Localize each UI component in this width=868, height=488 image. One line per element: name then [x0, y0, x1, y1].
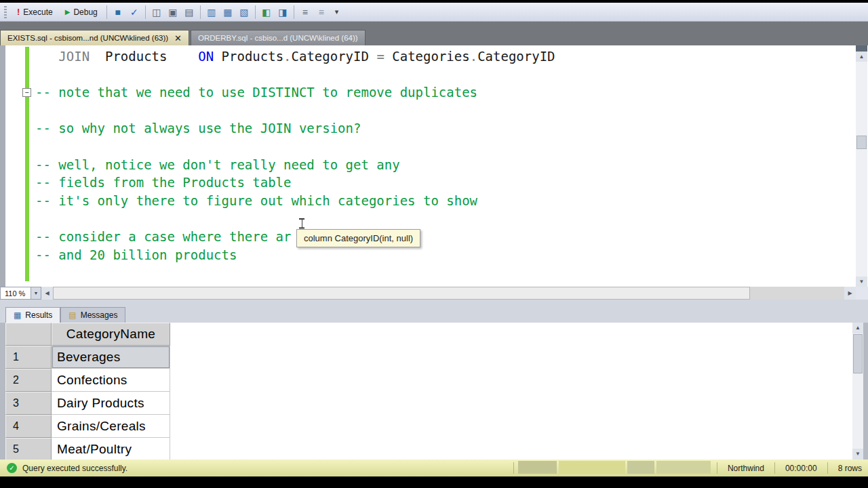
database-blue-icon[interactable]: ◨	[275, 5, 291, 20]
code-line	[35, 66, 555, 84]
results-to-grid-icon[interactable]: ▦	[220, 5, 236, 20]
results-to-text-icon[interactable]: ▥	[203, 5, 220, 20]
grid-rows: 1Beverages2Confections3Dairy Products4Gr…	[5, 346, 170, 460]
results-grid-icon: ▦	[14, 310, 21, 320]
find-document-icon[interactable]: ▣	[165, 5, 181, 20]
save-results-icon[interactable]: ▤	[181, 5, 197, 20]
tab-label: ORDERBY.sql - csbiso...d (UNCW\klined (6…	[198, 34, 358, 42]
redacted-block	[627, 461, 654, 474]
grid-corner-cell[interactable]	[5, 323, 52, 346]
database-green-icon[interactable]: ◧	[258, 5, 275, 20]
document-tabstrip: EXISTS.sql - csbisom...nd (UNCW\klined (…	[0, 22, 868, 45]
intellisense-tooltip: column CategoryID(int, null)	[296, 229, 420, 247]
code-segment: -- it's only there to figure out which c…	[35, 193, 477, 208]
execute-label: Execute	[23, 7, 52, 17]
toolbar-overflow-icon[interactable]: ▾	[335, 7, 339, 16]
app-window: ! Execute ▶ Debug ■✓◫▣▤▥▦▧◧◨≡≡ ▾ EXISTS.…	[0, 0, 868, 488]
category-name-cell[interactable]: Dairy Products	[52, 392, 170, 415]
row-number-cell[interactable]: 1	[5, 346, 52, 369]
code-segment: Products	[90, 49, 198, 64]
code-area[interactable]: JOIN Products ON Products.CategoryID = C…	[35, 47, 555, 264]
zoom-level-select[interactable]: 110 %	[0, 287, 31, 300]
code-segment: -- note that we need to use DISTINCT to …	[35, 85, 477, 100]
toolbar-grip[interactable]	[4, 6, 7, 18]
table-row: 5Meat/Poultry	[5, 438, 170, 460]
code-line: -- note that we need to use DISTINCT to …	[35, 83, 555, 102]
stop-icon[interactable]: ■	[110, 5, 126, 20]
tab-label: EXISTS.sql - csbisom...nd (UNCW\klined (…	[7, 34, 168, 42]
document-tab[interactable]: EXISTS.sql - csbisom...nd (UNCW\klined (…	[0, 30, 189, 45]
results-to-file-icon[interactable]: ▧	[236, 5, 252, 20]
table-row: 1Beverages	[5, 346, 170, 369]
code-segment	[35, 49, 58, 64]
tab-messages[interactable]: ▤ Messages	[60, 307, 125, 323]
code-line: -- and 20 billion products	[35, 246, 555, 264]
scrollbar-thumb[interactable]	[856, 136, 867, 149]
editor-vertical-scrollbar[interactable]: ▲ ▼	[856, 45, 867, 287]
text-cursor-pointer	[298, 218, 305, 228]
horizontal-scrollbar-thumb[interactable]	[53, 287, 750, 300]
debug-button[interactable]: ▶ Debug	[59, 5, 104, 20]
indent-lines-icon[interactable]: ≡	[297, 5, 313, 20]
code-segment: Categories	[384, 49, 470, 64]
scroll-right-icon[interactable]: ▶	[844, 287, 856, 300]
debug-label: Debug	[73, 7, 97, 17]
zoom-dropdown-icon[interactable]: ▼	[31, 287, 41, 300]
category-name-cell[interactable]: Grains/Cereals	[52, 415, 170, 438]
code-segment: -- and 20 billion products	[35, 247, 237, 262]
redacted-block	[559, 461, 625, 474]
code-segment: ON	[198, 49, 214, 64]
document-tab[interactable]: ORDERBY.sql - csbiso...d (UNCW\klined (6…	[191, 30, 366, 45]
status-divider	[717, 462, 717, 474]
splitter-handle[interactable]	[856, 45, 867, 52]
toolbar-separator	[106, 5, 107, 19]
code-line	[35, 209, 555, 228]
row-number-cell[interactable]: 2	[5, 369, 52, 392]
row-number-cell[interactable]: 3	[5, 392, 52, 415]
code-line	[35, 138, 555, 156]
category-name-cell[interactable]: Confections	[52, 369, 170, 392]
toolbar: ! Execute ▶ Debug ■✓◫▣▤▥▦▧◧◨≡≡ ▾	[0, 3, 868, 22]
play-icon: ▶	[65, 8, 71, 16]
code-segment: =	[376, 49, 384, 64]
code-segment: -- so why not always use the JOIN versio…	[35, 121, 361, 136]
row-number-cell[interactable]: 5	[5, 438, 52, 460]
horizontal-scrollbar-track[interactable]	[750, 287, 844, 300]
close-icon[interactable]: ✕	[174, 34, 182, 43]
outdent-lines-icon[interactable]: ≡	[313, 5, 330, 20]
code-line: -- so why not always use the JOIN versio…	[35, 119, 555, 138]
grid-vertical-scrollbar[interactable]: ▲ ▼	[852, 323, 863, 460]
scroll-down-icon[interactable]: ▼	[852, 449, 863, 460]
toolbar-separator	[200, 5, 201, 19]
scroll-down-icon[interactable]: ▼	[856, 277, 867, 287]
toolbar-separator	[145, 5, 146, 19]
row-number-cell[interactable]: 4	[5, 415, 52, 438]
parse-check-icon[interactable]: ✓	[126, 5, 142, 20]
scroll-up-icon[interactable]: ▲	[852, 323, 863, 333]
code-segment: .	[470, 49, 477, 64]
scroll-up-icon[interactable]: ▲	[856, 52, 867, 62]
scrollbar-thumb[interactable]	[853, 334, 863, 373]
execute-button[interactable]: ! Execute	[11, 5, 59, 20]
change-tracking-bar	[25, 47, 29, 281]
tab-results[interactable]: ▦ Results	[5, 307, 60, 323]
table-row: 2Confections	[5, 369, 170, 392]
column-header-categoryname[interactable]: CategoryName	[52, 323, 170, 346]
code-segment: CategoryID	[292, 49, 377, 64]
redacted-block	[518, 461, 557, 474]
grid-header-row: CategoryName	[5, 323, 170, 346]
code-line: -- consider a case where there ar	[35, 228, 555, 246]
editor-left-edge	[0, 45, 5, 287]
code-fold-collapse-icon[interactable]: −	[22, 88, 31, 97]
category-name-cell[interactable]: Beverages	[52, 346, 170, 369]
category-name-cell[interactable]: Meat/Poultry	[52, 438, 170, 460]
split-window-icon[interactable]: ◫	[149, 5, 165, 20]
sql-editor[interactable]: − JOIN Products ON Products.CategoryID =…	[0, 45, 868, 287]
scroll-left-icon[interactable]: ◀	[41, 287, 53, 300]
status-message: Query executed successfully.	[22, 464, 509, 473]
toolbar-separator	[294, 5, 294, 19]
code-line: -- fields from the Products table	[35, 174, 555, 192]
code-segment: JOIN	[58, 49, 90, 64]
messages-tab-label: Messages	[81, 310, 118, 320]
status-divider	[513, 462, 514, 474]
